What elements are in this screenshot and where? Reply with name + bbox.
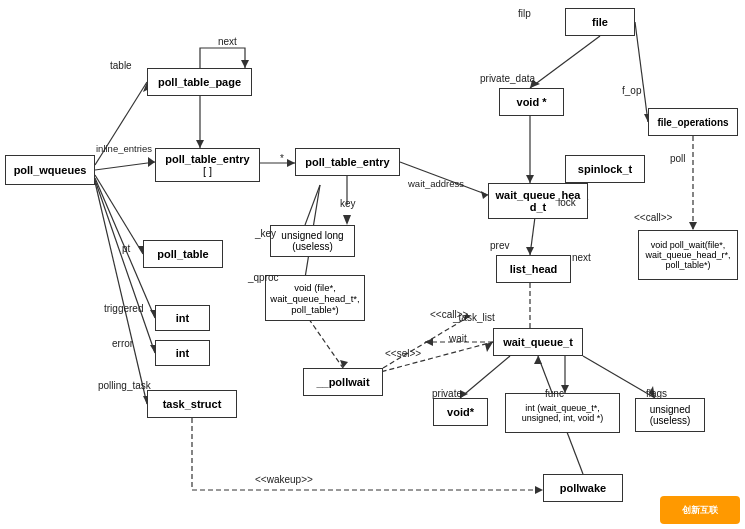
- svg-marker-0: [241, 60, 249, 68]
- svg-marker-10: [343, 215, 351, 225]
- svg-line-11: [305, 185, 320, 225]
- pollwait-box: __pollwait: [303, 368, 383, 396]
- void-file-box: void (file*, wait_queue_head_t*, poll_ta…: [265, 275, 365, 321]
- void-star2-box: void*: [433, 398, 488, 426]
- svg-line-37: [460, 356, 510, 398]
- svg-line-28: [530, 217, 535, 255]
- label-lock: lock: [558, 197, 576, 208]
- label-key2: _key: [255, 228, 276, 239]
- label-callcall: <<call>>: [634, 212, 672, 223]
- label-poll: poll: [670, 153, 686, 164]
- svg-line-3: [95, 162, 155, 170]
- list-head-box: list_head: [496, 255, 571, 283]
- label-pt: pt: [122, 243, 130, 254]
- label-prev: prev: [490, 240, 509, 251]
- svg-marker-8: [287, 159, 295, 167]
- poll-table-box: poll_table: [143, 240, 223, 268]
- svg-marker-26: [526, 175, 534, 183]
- int-wait-queue-box: int (wait_queue_t*, unsigned, int, void …: [505, 393, 620, 433]
- task-struct-box: task_struct: [147, 390, 237, 418]
- svg-line-23: [635, 22, 648, 122]
- void-poll-wait-box: void poll_wait(file*, wait_queue_head_r*…: [638, 230, 738, 280]
- void-ptr-box: void *: [499, 88, 564, 116]
- label-error: error: [112, 338, 133, 349]
- label-sel: <<sel>>: [385, 348, 421, 359]
- svg-marker-34: [689, 222, 697, 230]
- svg-line-19: [95, 182, 147, 404]
- svg-marker-47: [535, 486, 543, 494]
- pollwake-box: pollwake: [543, 474, 623, 502]
- unsigned-useless-box: unsigned (useless): [635, 398, 705, 432]
- poll-wqueues-box: poll_wqueues: [5, 155, 95, 185]
- label-callcall2: <<call>>: [430, 309, 468, 320]
- poll-table-entry-arr-box: poll_table_entry [ ]: [155, 148, 260, 182]
- wait-queue-t-box: wait_queue_t: [493, 328, 583, 356]
- label-wait: wait: [449, 333, 467, 344]
- label-polling-task: polling_task: [98, 380, 151, 391]
- diagram: poll_wqueues poll_table_page poll_table_…: [0, 0, 745, 529]
- file-box: file: [565, 8, 635, 36]
- label-wait-address: wait_address: [408, 178, 464, 189]
- spinlock-t-box: spinlock_t: [565, 155, 645, 183]
- int1-box: int: [155, 305, 210, 331]
- poll-table-entry-box: poll_table_entry: [295, 148, 400, 176]
- label-star: *: [280, 153, 284, 164]
- label-key: key: [340, 198, 356, 209]
- unsigned-long-box: unsigned long (useless): [270, 225, 355, 257]
- int2-box: int: [155, 340, 210, 366]
- label-wakeup: <<wakeup>>: [255, 474, 313, 485]
- svg-marker-49: [534, 356, 542, 364]
- svg-marker-32: [425, 338, 433, 346]
- svg-line-39: [583, 356, 655, 398]
- label-private-data: private_data: [480, 73, 535, 84]
- label-private: private: [432, 388, 462, 399]
- label-f-op: f_op: [622, 85, 641, 96]
- svg-line-21: [530, 36, 600, 88]
- svg-line-13: [95, 175, 143, 254]
- poll-table-page-box: poll_table_page: [147, 68, 252, 96]
- watermark: 创新互联: [660, 496, 740, 524]
- label-qproc: _qproc: [248, 272, 279, 283]
- label-table: table: [110, 60, 132, 71]
- label-func: func: [545, 388, 564, 399]
- label-flags: flags: [646, 388, 667, 399]
- label-inline-entries: inline_entries: [96, 143, 152, 154]
- arrows-svg: [0, 0, 745, 529]
- svg-marker-51: [481, 191, 488, 199]
- file-operations-box: file_operations: [648, 108, 738, 136]
- label-next2: next: [572, 252, 591, 263]
- label-filp: filp: [518, 8, 531, 19]
- label-next: next: [218, 36, 237, 47]
- svg-marker-29: [526, 247, 534, 255]
- label-triggered: triggered: [104, 303, 143, 314]
- svg-marker-42: [485, 342, 493, 352]
- svg-marker-53: [340, 360, 348, 368]
- svg-marker-6: [196, 140, 204, 148]
- svg-marker-4: [148, 157, 155, 167]
